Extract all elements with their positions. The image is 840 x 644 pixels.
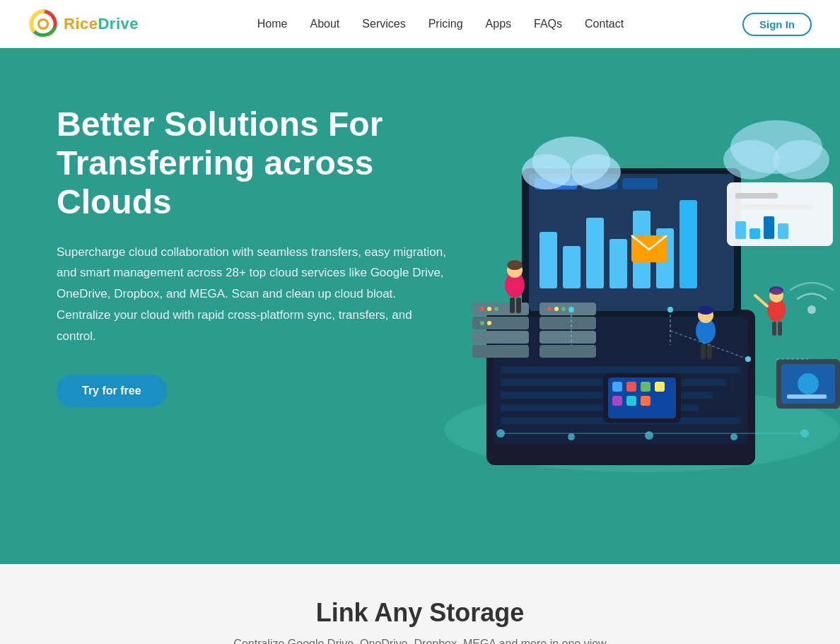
svg-point-42 bbox=[494, 307, 498, 311]
nav-home[interactable]: Home bbox=[257, 18, 288, 30]
svg-point-74 bbox=[769, 286, 783, 295]
svg-point-28 bbox=[773, 140, 829, 180]
nav-contact[interactable]: Contact bbox=[585, 18, 624, 30]
nav-pricing[interactable]: Pricing bbox=[428, 18, 463, 30]
svg-rect-46 bbox=[539, 331, 596, 344]
svg-rect-16 bbox=[609, 239, 627, 288]
svg-rect-54 bbox=[612, 382, 622, 392]
svg-rect-32 bbox=[735, 221, 746, 239]
nav-about[interactable]: About bbox=[310, 18, 340, 30]
svg-point-49 bbox=[547, 307, 552, 311]
svg-rect-31 bbox=[735, 204, 813, 210]
svg-point-41 bbox=[487, 307, 491, 311]
svg-rect-22 bbox=[622, 178, 658, 189]
svg-rect-13 bbox=[539, 232, 557, 288]
svg-rect-15 bbox=[586, 218, 604, 288]
svg-rect-35 bbox=[778, 223, 788, 239]
svg-point-40 bbox=[480, 307, 484, 311]
svg-rect-45 bbox=[539, 345, 596, 358]
navbar: RiceDrive Home About Services Pricing Ap… bbox=[0, 0, 840, 48]
svg-rect-55 bbox=[626, 382, 636, 392]
svg-rect-60 bbox=[641, 396, 651, 406]
svg-point-95 bbox=[807, 305, 816, 314]
svg-point-80 bbox=[698, 306, 713, 315]
hero-illustration bbox=[430, 90, 840, 486]
svg-rect-78 bbox=[701, 344, 706, 359]
svg-point-85 bbox=[667, 307, 673, 312]
svg-rect-59 bbox=[626, 396, 636, 406]
hero-section: Better Solutions For Transferring across… bbox=[0, 48, 840, 564]
nav-apps[interactable]: Apps bbox=[486, 18, 511, 30]
svg-rect-30 bbox=[735, 193, 778, 199]
svg-point-2 bbox=[40, 21, 47, 28]
svg-point-43 bbox=[480, 321, 484, 325]
hero-description: Supercharge cloud collaboration with sea… bbox=[57, 242, 453, 347]
svg-rect-6 bbox=[501, 366, 741, 373]
svg-rect-19 bbox=[679, 200, 697, 288]
bottom-title: Link Any Storage bbox=[28, 598, 812, 628]
svg-point-84 bbox=[568, 307, 574, 312]
logo-text: RiceDrive bbox=[64, 15, 139, 33]
svg-rect-72 bbox=[772, 322, 776, 336]
logo-link[interactable]: RiceDrive bbox=[28, 9, 139, 39]
svg-point-24 bbox=[522, 154, 571, 189]
svg-rect-34 bbox=[764, 216, 774, 239]
svg-point-69 bbox=[507, 260, 523, 270]
bottom-subtitle: Centralize Google Drive, OneDrive, Dropb… bbox=[28, 638, 812, 644]
svg-rect-56 bbox=[641, 382, 651, 392]
svg-point-51 bbox=[561, 307, 566, 311]
hero-content: Better Solutions For Transferring across… bbox=[57, 105, 453, 407]
svg-rect-57 bbox=[655, 382, 665, 392]
svg-rect-37 bbox=[472, 331, 529, 344]
svg-point-27 bbox=[723, 140, 780, 180]
svg-point-50 bbox=[554, 307, 559, 311]
svg-rect-47 bbox=[539, 317, 596, 329]
svg-rect-73 bbox=[778, 322, 782, 336]
logo-icon bbox=[28, 9, 58, 39]
svg-point-90 bbox=[568, 433, 575, 440]
svg-rect-58 bbox=[612, 396, 622, 406]
svg-point-25 bbox=[571, 154, 621, 189]
svg-point-91 bbox=[645, 431, 653, 440]
signin-button[interactable]: Sign In bbox=[742, 13, 812, 36]
svg-rect-68 bbox=[516, 298, 521, 313]
nav-faqs[interactable]: FAQs bbox=[534, 18, 562, 30]
svg-rect-14 bbox=[563, 246, 581, 288]
svg-rect-64 bbox=[787, 394, 827, 399]
svg-point-92 bbox=[730, 433, 737, 440]
try-free-button[interactable]: Try for free bbox=[57, 375, 167, 407]
svg-rect-36 bbox=[472, 345, 529, 358]
hero-title: Better Solutions For Transferring across… bbox=[57, 105, 453, 222]
nav-services[interactable]: Services bbox=[362, 18, 405, 30]
illustration-svg bbox=[430, 90, 840, 486]
svg-point-44 bbox=[487, 321, 491, 325]
svg-rect-79 bbox=[707, 344, 712, 359]
svg-rect-67 bbox=[510, 298, 515, 313]
bottom-section: Link Any Storage Centralize Google Drive… bbox=[0, 564, 840, 644]
svg-rect-33 bbox=[749, 228, 760, 239]
svg-point-63 bbox=[798, 373, 819, 394]
svg-line-75 bbox=[755, 295, 767, 306]
nav-links: Home About Services Pricing Apps FAQs Co… bbox=[257, 18, 624, 30]
